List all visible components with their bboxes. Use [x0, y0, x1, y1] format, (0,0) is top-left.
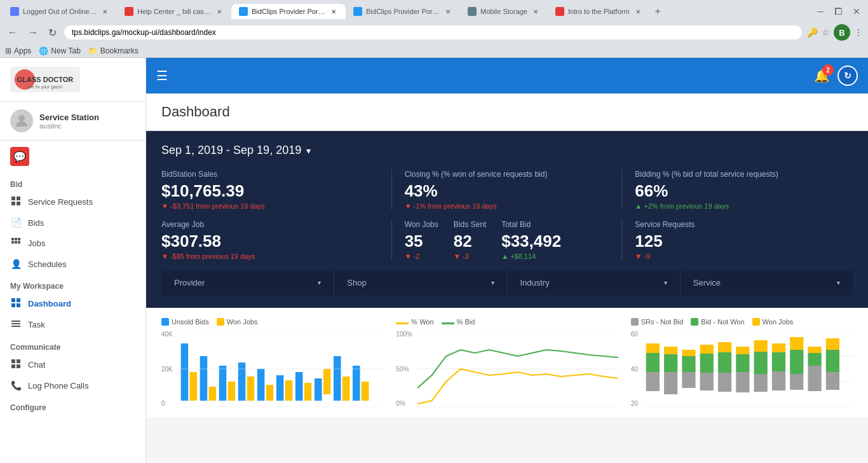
chart2-legend: % Won % Bid [396, 318, 618, 326]
legend-unsold-bids: Unsold Bids [161, 318, 209, 326]
tab-close-1[interactable]: ✕ [100, 8, 109, 16]
schedules-icon: 👤 [10, 259, 22, 269]
stat-jobs-group: Won Jobs 35 ▼ -2 Bids Sent 82 [392, 220, 623, 260]
notification-badge: 2 [822, 64, 834, 76]
svg-rect-31 [238, 363, 246, 401]
bids-sent-change: ▼ -3 [454, 252, 486, 260]
close-button[interactable]: ✕ [853, 6, 860, 17]
svg-rect-17 [17, 303, 20, 307]
bookmarks-bar: ⊞ Apps 🌐 New Tab 📁 Bookmarks [0, 45, 868, 58]
svg-rect-7 [17, 202, 20, 205]
tab-label-1: Logged Out of Online ... [23, 8, 97, 15]
svg-rect-33 [257, 369, 265, 401]
user-profile-icon[interactable]: B [834, 24, 850, 41]
sidebar-item-bids[interactable]: 📄 Bids [0, 212, 146, 233]
svg-rect-14 [11, 298, 15, 302]
user-avatar-button[interactable]: ↻ [837, 66, 858, 86]
task-label: Task [28, 320, 45, 329]
new-tab-button[interactable]: + [650, 3, 666, 20]
chart-bar-bids: Unsold Bids Won Jobs 40K 20K 0 [161, 318, 383, 407]
tab-close-4[interactable]: ✕ [444, 8, 452, 16]
address-bar[interactable]: tps.bidclips.ga/mockup-ui/dashboard/inde… [64, 25, 802, 39]
total-bid-change: ▲ +$8,114 [501, 252, 561, 260]
apps-bookmark[interactable]: ⊞ Apps [5, 46, 31, 55]
star-icon[interactable]: ☆ [822, 27, 830, 38]
tab-favicon-3 [239, 7, 248, 16]
newtab-bookmark[interactable]: 🌐 New Tab [39, 46, 80, 55]
legend-unsold-bids-dot [161, 318, 169, 326]
bidding-pct-label: Bidding % (% bid of total service reques… [635, 170, 840, 179]
legend-bid-not-won-label: Bid - Not Won [701, 318, 744, 326]
stats-grid-top: BidStation Sales $10,765.39 ▼ -$3,751 fr… [161, 170, 853, 210]
app-wrapper: GLASS DOCTOR We fix your glass! Service … [0, 58, 868, 463]
chat-icon-button[interactable]: 💬 [10, 147, 29, 166]
filter-bar: Provider ▾ Shop ▾ Industry ▾ Service ▾ [161, 270, 853, 295]
svg-rect-60 [664, 372, 677, 394]
tab-close-5[interactable]: ✕ [531, 8, 540, 16]
top-nav-right: 🔔 2 ↻ [814, 66, 858, 86]
bids-sent-label: Bids Sent [454, 220, 486, 229]
won-jobs-change: ▼ -2 [405, 252, 438, 260]
tab-close-3[interactable]: ✕ [329, 8, 338, 16]
hamburger-icon[interactable]: ☰ [156, 68, 168, 83]
svg-rect-55 [646, 343, 659, 353]
svg-rect-59 [664, 354, 677, 372]
maximize-button[interactable]: ⧠ [834, 6, 843, 17]
stats-panel: Sep 1, 2019 - Sep 19, 2019 ▾ BidStation … [146, 131, 868, 308]
svg-rect-40 [323, 369, 331, 394]
browser-tab-4[interactable]: BidClips Provider Portal ✕ [346, 4, 460, 19]
filter-shop[interactable]: Shop ▾ [334, 270, 507, 295]
browser-chrome: Logged Out of Online ... ✕ Help Center _… [0, 0, 868, 58]
back-button[interactable]: ← [5, 25, 20, 39]
svg-rect-30 [227, 382, 235, 401]
tab-close-2[interactable]: ✕ [215, 8, 224, 16]
menu-icon[interactable]: ⋮ [854, 27, 863, 38]
chart1-y-axis: 40K 20K 0 [161, 331, 175, 407]
svg-rect-75 [754, 374, 767, 392]
legend-pct-bid-dot [442, 322, 454, 324]
legend-srs-not-bid: SRs - Not Bid [631, 318, 684, 326]
sidebar-item-chat[interactable]: Chat [0, 354, 146, 375]
notification-button[interactable]: 🔔 2 [814, 68, 830, 83]
filter-provider[interactable]: Provider ▾ [161, 270, 334, 295]
sidebar-item-log-phone-calls[interactable]: 📞 Log Phone Calls [0, 375, 146, 396]
sidebar-item-jobs[interactable]: Jobs [0, 233, 146, 254]
svg-rect-63 [682, 372, 695, 388]
legend-bid-not-won: Bid - Not Won [691, 318, 744, 326]
filter-industry[interactable]: Industry ▾ [508, 270, 681, 295]
sidebar-item-schedules[interactable]: 👤 Schedules [0, 254, 146, 274]
top-nav: ☰ 🔔 2 ↻ [146, 58, 868, 93]
svg-rect-85 [826, 338, 839, 350]
browser-tab-6[interactable]: Intro to the Platform ✕ [548, 4, 650, 19]
svg-rect-24 [17, 364, 20, 368]
user-avatar-icon: ↻ [844, 71, 851, 81]
svg-rect-28 [208, 387, 216, 401]
sidebar-item-service-requests[interactable]: Service Requests [0, 191, 146, 212]
charts-grid: Unsold Bids Won Jobs 40K 20K 0 [161, 318, 853, 407]
key-icon: 🔑 [807, 27, 818, 38]
browser-tab-1[interactable]: Logged Out of Online ... ✕ [3, 4, 117, 19]
date-dropdown-icon[interactable]: ▾ [306, 146, 311, 156]
charts-area: Unsold Bids Won Jobs 40K 20K 0 [146, 308, 868, 417]
filter-shop-arrow: ▾ [491, 279, 494, 286]
svg-rect-58 [664, 347, 677, 354]
browser-tab-2[interactable]: Help Center _ bill casey ✕ [117, 4, 231, 19]
browser-tab-5[interactable]: Mobile Storage ✕ [460, 4, 548, 19]
browser-tab-3[interactable]: BidClips Provider Portal ✕ [231, 4, 346, 19]
svg-rect-22 [17, 359, 20, 363]
sidebar-item-dashboard[interactable]: Dashboard [0, 293, 146, 314]
chart3-body: 60 40 20 [631, 331, 853, 407]
forward-button[interactable]: → [25, 25, 41, 39]
sidebar-item-task[interactable]: Task [0, 314, 146, 335]
reload-button[interactable]: ↻ [46, 25, 59, 40]
svg-rect-36 [285, 380, 292, 401]
newtab-icon: 🌐 [39, 46, 48, 55]
tab-close-6[interactable]: ✕ [634, 8, 642, 16]
user-name: Service Station [39, 113, 99, 122]
date-selector[interactable]: Sep 1, 2019 - Sep 19, 2019 ▾ [161, 144, 853, 157]
minimize-button[interactable]: ─ [817, 6, 824, 17]
bookmarks-item[interactable]: 📁 Bookmarks [88, 46, 139, 55]
filter-service[interactable]: Service ▾ [681, 270, 853, 295]
avg-job-change: ▼ -$85 from previous 19 days [161, 252, 379, 260]
svg-rect-61 [682, 350, 695, 356]
